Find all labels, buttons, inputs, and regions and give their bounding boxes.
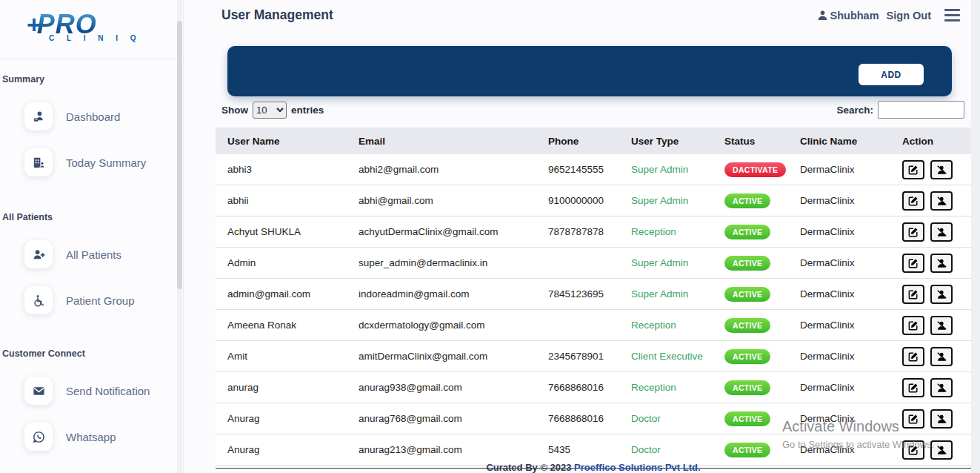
table-row: Achyut SHUKLA achyutDermaClinix@gmail.co…	[216, 216, 971, 248]
add-button[interactable]: ADD	[859, 64, 924, 85]
table-row: abhii abhi@gmail.com 9100000000 Super Ad…	[216, 185, 971, 216]
edit-icon	[908, 320, 919, 331]
table-row: Anurag anurag768@gmail.com 7668868016 Do…	[216, 403, 971, 434]
cell-user-name: abhii	[216, 195, 347, 206]
cell-clinic: DermaClinix	[788, 351, 890, 362]
edit-user-button[interactable]	[902, 222, 924, 242]
footer-company-link[interactable]: Proeffico Solutions Pvt Ltd.	[574, 462, 700, 473]
dashboard-icon	[24, 102, 53, 130]
user-slash-icon	[936, 165, 947, 175]
whatsapp-icon	[24, 423, 53, 451]
cell-user-name: abhi3	[216, 164, 347, 175]
deactivate-user-button[interactable]	[930, 440, 953, 460]
deactivate-user-button[interactable]	[930, 191, 953, 211]
hamburger-menu-icon[interactable]	[944, 9, 960, 22]
sidebar-item-all-patients[interactable]: All Patients	[24, 240, 183, 268]
user-slash-icon	[936, 196, 947, 206]
deactivate-user-button[interactable]	[930, 222, 953, 242]
column-header-action: Action	[890, 136, 971, 147]
cell-user-name: Anurag	[216, 413, 347, 424]
edit-user-button[interactable]	[902, 316, 924, 335]
cell-email: anurag213@gmail.com	[347, 444, 536, 455]
status-badge[interactable]: ACTIVE	[724, 443, 770, 457]
column-header-status[interactable]: Status	[713, 136, 788, 147]
cell-email: indoreadmin@gmail.com	[347, 288, 536, 300]
status-badge[interactable]: ACTIVE	[724, 256, 770, 271]
cell-email: anurag938@gmail.com	[347, 382, 536, 393]
deactivate-user-button[interactable]	[930, 285, 953, 304]
edit-user-button[interactable]	[902, 285, 924, 304]
section-label-customer-connect: Customer Connect	[0, 348, 183, 359]
deactivate-user-button[interactable]	[930, 254, 953, 273]
status-badge[interactable]: ACTIVE	[724, 411, 770, 426]
column-header-user-type[interactable]: User Type	[619, 136, 713, 147]
person-add-icon	[24, 240, 53, 268]
cell-user-name: Anurag	[216, 444, 347, 455]
cell-user-name: admin@gmail.com	[216, 288, 347, 300]
deactivate-user-button[interactable]	[930, 409, 953, 429]
sign-out-link[interactable]: Sign Out	[887, 10, 931, 22]
cell-phone: 5435	[536, 444, 619, 455]
sidebar-scrollbar-thumb[interactable]	[177, 21, 182, 289]
status-badge[interactable]: ACTIVE	[724, 318, 770, 333]
cell-email: achyutDermaClinix@gmail.com	[347, 226, 536, 237]
edit-icon	[908, 165, 919, 175]
clinic-building-icon	[24, 148, 53, 176]
column-header-email[interactable]: Email	[347, 136, 536, 147]
user-slash-icon	[936, 258, 947, 268]
status-badge[interactable]: ACTIVE	[724, 287, 770, 302]
deactivate-user-button[interactable]	[930, 316, 953, 335]
section-label-all-patients: All Patients	[0, 212, 183, 222]
user-menu[interactable]: Shubham	[817, 10, 879, 22]
sidebar-item-label: Patient Group	[66, 294, 135, 307]
cell-user-type: Super Admin	[619, 288, 713, 300]
cell-clinic: DermaClinix	[788, 413, 890, 424]
edit-user-button[interactable]	[902, 378, 924, 397]
edit-user-button[interactable]	[902, 254, 924, 273]
deactivate-user-button[interactable]	[930, 347, 953, 366]
status-badge[interactable]: ACTIVE	[724, 349, 770, 364]
cell-user-name: Achyut SHUKLA	[216, 226, 347, 237]
sidebar-item-label: Today Summary	[66, 156, 146, 169]
search-input[interactable]	[878, 101, 964, 119]
edit-user-button[interactable]	[902, 160, 924, 179]
edit-icon	[908, 383, 919, 393]
sidebar-item-whatsapp[interactable]: Whatsapp	[24, 423, 183, 451]
edit-user-button[interactable]	[902, 347, 924, 366]
cell-user-type: Reception	[619, 320, 713, 331]
cell-user-type: Super Admin	[619, 164, 713, 175]
page-scrollbar[interactable]	[971, 0, 980, 473]
sidebar-item-send-notification[interactable]: Send Notification	[24, 377, 183, 405]
entries-select[interactable]: 10	[253, 102, 287, 119]
deactivate-user-button[interactable]	[930, 160, 953, 179]
sidebar-item-today-summary[interactable]: Today Summary	[24, 148, 183, 176]
edit-user-button[interactable]	[902, 440, 924, 460]
status-badge[interactable]: ACTIVE	[724, 225, 770, 239]
edit-user-button[interactable]	[902, 191, 924, 211]
column-header-clinic[interactable]: Clinic Name	[788, 136, 890, 147]
cell-phone: 7668868016	[536, 382, 619, 393]
column-header-phone[interactable]: Phone	[536, 136, 619, 147]
table-row: abhi3 abhi2@gmail.com 9652145555 Super A…	[216, 154, 971, 185]
status-badge[interactable]: DACTIVATE	[724, 162, 786, 177]
logo[interactable]: + PRO C L I N I Q	[0, 0, 183, 59]
status-badge[interactable]: ACTIVE	[724, 380, 770, 395]
edit-user-button[interactable]	[902, 409, 924, 429]
status-badge[interactable]: ACTIVE	[724, 194, 770, 208]
cell-email: abhi2@gmail.com	[347, 164, 536, 175]
table-row: Admin super_admin@dermaclinix.in Super A…	[216, 248, 971, 279]
sidebar-item-dashboard[interactable]: Dashboard	[24, 102, 183, 130]
column-header-user-name[interactable]: User Name	[216, 136, 347, 147]
cell-user-type: Client Executive	[619, 351, 713, 362]
cell-user-type: Super Admin	[619, 195, 713, 206]
footer: Curated By © 2023 Proeffico Solutions Pv…	[216, 468, 971, 473]
show-label: Show	[221, 105, 248, 116]
sidebar-item-patient-group[interactable]: Patient Group	[24, 286, 183, 314]
deactivate-user-button[interactable]	[930, 378, 953, 397]
cell-user-type: Doctor	[619, 413, 713, 424]
user-slash-icon	[936, 445, 947, 455]
sidebar-item-label: Whatsapp	[66, 431, 116, 443]
cell-clinic: DermaClinix	[788, 288, 890, 300]
user-slash-icon	[936, 320, 947, 331]
logo-subtext: C L I N I Q	[49, 34, 183, 42]
